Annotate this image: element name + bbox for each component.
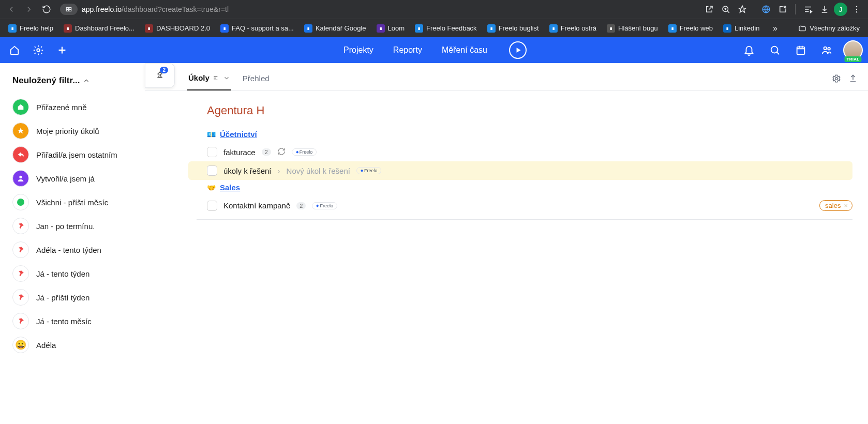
sidebar-item[interactable]: Všichni - příští měsíc (9, 190, 140, 214)
task-checkbox[interactable] (207, 201, 217, 211)
bookmark-item[interactable]: ∎Freelo buglist (483, 22, 543, 35)
sidebar-item[interactable]: Já - příští týden (9, 285, 140, 309)
svg-rect-1 (69, 8, 71, 9)
sidebar-item[interactable]: Přiřadil/a jsem ostatním (9, 143, 140, 166)
playlist-icon[interactable] (801, 2, 815, 17)
subtask-title: Nový úkol k řešení (287, 166, 350, 175)
plus-icon[interactable] (53, 41, 71, 59)
calendar-icon[interactable] (791, 41, 810, 59)
back-button[interactable] (4, 2, 19, 17)
bookmark-item[interactable]: ∎Freelo help (4, 22, 57, 35)
main-nav: Projekty Reporty Měření času (341, 41, 527, 59)
project-title[interactable]: Agentura H (145, 90, 868, 127)
sidebar-item[interactable]: Vytvořil/a jsem já (9, 166, 140, 190)
task-title: fakturace (223, 148, 256, 157)
open-external-icon[interactable] (702, 2, 716, 17)
svg-rect-3 (69, 10, 71, 11)
bookmark-item[interactable]: ∎Kalendář Google (300, 22, 370, 35)
trial-badge: TRIAL (844, 56, 861, 62)
bookmark-item[interactable]: ∎Freelo web (664, 22, 717, 35)
section-header[interactable]: 🤝Sales (145, 180, 868, 196)
svg-point-14 (828, 48, 830, 50)
svg-rect-0 (66, 8, 68, 9)
bookmarks-overflow-icon[interactable]: » (768, 24, 782, 33)
svg-point-13 (824, 47, 827, 50)
timer-play-button[interactable] (509, 41, 527, 59)
browser-toolbar: app.freelo.io/dashboard?createTask=true&… (0, 0, 868, 19)
recurring-icon (277, 147, 286, 157)
task-row[interactable]: Kontaktní kampaně2Freelosales× (145, 196, 868, 215)
kebab-menu-icon[interactable] (849, 2, 864, 17)
bookmark-item[interactable]: ∎Freelo ostrá (545, 22, 601, 35)
main-content: 2 Úkoly Přehled Agentura H 💶Účetnictvífa… (145, 63, 868, 424)
divider (197, 219, 852, 220)
forward-button[interactable] (22, 2, 36, 17)
all-bookmarks-button[interactable]: Všechny záložky (794, 22, 864, 35)
site-info-button[interactable] (60, 4, 78, 15)
tab-prehled[interactable]: Přehled (242, 70, 271, 90)
tag-remove-icon[interactable]: × (844, 202, 848, 209)
task-checkbox[interactable] (207, 147, 217, 157)
sidebar-item[interactable]: 😀Adéla (9, 333, 140, 357)
bookmark-item[interactable]: ∎DASHBOARD 2.0 (141, 22, 214, 35)
nav-projekty[interactable]: Projekty (341, 42, 376, 58)
task-title: Kontaktní kampaně (223, 201, 290, 210)
task-title: úkoly k řešení (223, 166, 272, 175)
svg-point-6 (784, 7, 785, 8)
search-icon[interactable] (766, 41, 784, 59)
sidebar: Neuložený filtr... Přiřazené mněMoje pri… (0, 63, 145, 424)
bookmark-item[interactable]: ∎FAQ - support a sa... (216, 22, 298, 35)
export-icon[interactable] (848, 74, 858, 85)
assignee-chip[interactable]: Freelo (292, 148, 317, 156)
nav-reporty[interactable]: Reporty (391, 42, 424, 58)
assignee-chip[interactable]: Freelo (312, 202, 337, 209)
list-icon (213, 74, 220, 82)
people-icon[interactable] (817, 41, 836, 59)
extensions-icon[interactable] (775, 2, 790, 17)
bell-icon[interactable] (740, 41, 758, 59)
download-icon[interactable] (817, 2, 832, 17)
bookmark-item[interactable]: ∎Loom (372, 22, 409, 35)
app-top-bar: Projekty Reporty Měření času TRIAL (0, 37, 868, 63)
reload-button[interactable] (39, 2, 54, 17)
address-bar[interactable]: app.freelo.io/dashboard?createTask=true&… (82, 5, 229, 13)
url-host: app.freelo.io (82, 5, 122, 13)
svg-rect-2 (66, 10, 68, 11)
svg-point-15 (19, 176, 22, 178)
bookmark-item[interactable]: ∎Linkedin (719, 22, 764, 35)
sidebar-item[interactable]: Já - tento týden (9, 262, 140, 285)
gear-icon[interactable] (29, 41, 48, 59)
star-icon[interactable] (735, 2, 750, 17)
sidebar-item[interactable]: Já - tento měsíc (9, 309, 140, 333)
task-row[interactable]: úkoly k řešení›Nový úkol k řešeníFreelo (188, 161, 852, 180)
chevron-up-icon (83, 77, 90, 84)
url-path: /dashboard?createTask=true&r=tl (122, 5, 229, 13)
bookmark-item[interactable]: ∎Dashboard Freelo... (59, 22, 139, 35)
tabs: Úkoly Přehled (145, 63, 868, 90)
svg-point-16 (835, 78, 838, 80)
nav-mereni[interactable]: Měření času (440, 42, 489, 58)
profile-avatar[interactable]: J (834, 3, 847, 16)
settings-icon[interactable] (832, 74, 841, 85)
bookmark-item[interactable]: ∎Freelo Feedback (411, 22, 481, 35)
section-header[interactable]: 💶Účetnictví (145, 127, 868, 143)
extension-globe-icon[interactable] (759, 2, 773, 17)
task-tag[interactable]: sales× (819, 200, 852, 211)
chevron-down-icon (223, 74, 230, 82)
assignee-chip[interactable]: Freelo (356, 167, 382, 174)
sidebar-item[interactable]: Adéla - tento týden (9, 238, 140, 262)
sidebar-item[interactable]: Jan - po termínu. (9, 214, 140, 238)
task-count: 2 (296, 202, 306, 209)
svg-point-10 (37, 49, 40, 52)
sidebar-item[interactable]: Moje priority úkolů (9, 119, 140, 143)
task-row[interactable]: fakturace2Freelo (145, 143, 868, 161)
zoom-icon[interactable] (719, 2, 733, 17)
user-avatar[interactable]: TRIAL (843, 40, 863, 60)
filter-header[interactable]: Neuložený filtr... (9, 73, 140, 95)
svg-point-11 (771, 47, 778, 53)
home-icon[interactable] (5, 41, 24, 59)
bookmark-item[interactable]: ∎Hlášení bugu (603, 22, 662, 35)
sidebar-item[interactable]: Přiřazené mně (9, 95, 140, 119)
task-checkbox[interactable] (207, 165, 217, 176)
tab-ukoly[interactable]: Úkoly (187, 69, 231, 90)
